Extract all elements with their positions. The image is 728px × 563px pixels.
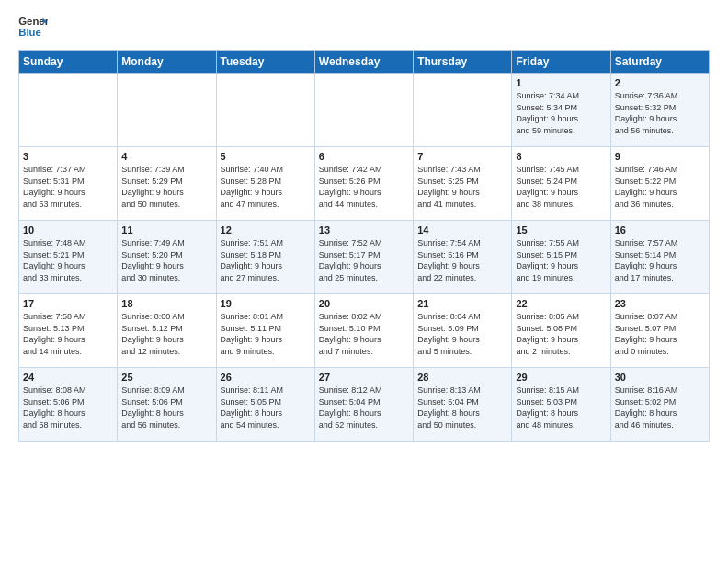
day-number: 21 — [417, 298, 507, 309]
day-cell — [118, 74, 216, 147]
day-cell: 29Sunrise: 8:15 AM Sunset: 5:03 PM Dayli… — [512, 368, 610, 442]
day-detail: Sunrise: 7:46 AM Sunset: 5:22 PM Dayligh… — [615, 164, 705, 210]
day-detail: Sunrise: 8:08 AM Sunset: 5:06 PM Dayligh… — [23, 385, 113, 431]
weekday-header-wednesday: Wednesday — [314, 51, 413, 74]
day-cell: 4Sunrise: 7:39 AM Sunset: 5:29 PM Daylig… — [118, 147, 216, 221]
day-detail: Sunrise: 8:16 AM Sunset: 5:02 PM Dayligh… — [615, 385, 705, 431]
header: General Blue — [18, 15, 710, 40]
day-cell — [314, 74, 413, 147]
day-number: 11 — [121, 224, 211, 236]
day-detail: Sunrise: 7:55 AM Sunset: 5:15 PM Dayligh… — [516, 237, 606, 283]
day-detail: Sunrise: 8:11 AM Sunset: 5:05 PM Dayligh… — [221, 385, 311, 431]
logo: General Blue — [18, 15, 51, 40]
day-detail: Sunrise: 8:04 AM Sunset: 5:09 PM Dayligh… — [417, 311, 507, 357]
day-cell: 28Sunrise: 8:13 AM Sunset: 5:04 PM Dayli… — [414, 368, 512, 442]
day-number: 12 — [221, 224, 311, 236]
day-number: 15 — [516, 224, 606, 236]
weekday-header-tuesday: Tuesday — [216, 51, 314, 74]
day-detail: Sunrise: 7:42 AM Sunset: 5:26 PM Dayligh… — [319, 164, 409, 210]
day-number: 22 — [516, 298, 606, 309]
day-detail: Sunrise: 7:51 AM Sunset: 5:18 PM Dayligh… — [221, 237, 311, 283]
day-cell: 1Sunrise: 7:34 AM Sunset: 5:34 PM Daylig… — [512, 74, 610, 147]
day-cell: 2Sunrise: 7:36 AM Sunset: 5:32 PM Daylig… — [610, 74, 709, 147]
day-detail: Sunrise: 7:34 AM Sunset: 5:34 PM Dayligh… — [516, 90, 606, 136]
day-number: 27 — [319, 372, 409, 383]
day-cell: 19Sunrise: 8:01 AM Sunset: 5:11 PM Dayli… — [216, 294, 314, 368]
day-number: 8 — [516, 151, 606, 162]
day-number: 5 — [221, 151, 311, 162]
day-cell — [414, 74, 512, 147]
day-number: 20 — [319, 298, 409, 309]
day-cell: 24Sunrise: 8:08 AM Sunset: 5:06 PM Dayli… — [19, 368, 118, 442]
day-detail: Sunrise: 7:36 AM Sunset: 5:32 PM Dayligh… — [615, 90, 705, 136]
week-row-1: 1Sunrise: 7:34 AM Sunset: 5:34 PM Daylig… — [19, 74, 710, 147]
day-cell: 22Sunrise: 8:05 AM Sunset: 5:08 PM Dayli… — [512, 294, 610, 368]
day-detail: Sunrise: 8:00 AM Sunset: 5:12 PM Dayligh… — [121, 311, 211, 357]
day-number: 10 — [23, 224, 113, 236]
day-detail: Sunrise: 8:09 AM Sunset: 5:06 PM Dayligh… — [121, 385, 211, 431]
day-detail: Sunrise: 7:37 AM Sunset: 5:31 PM Dayligh… — [23, 164, 113, 210]
weekday-header-row: SundayMondayTuesdayWednesdayThursdayFrid… — [19, 51, 710, 74]
logo-icon: General Blue — [18, 15, 48, 40]
day-cell: 9Sunrise: 7:46 AM Sunset: 5:22 PM Daylig… — [610, 147, 709, 221]
weekday-header-sunday: Sunday — [19, 51, 118, 74]
day-detail: Sunrise: 7:45 AM Sunset: 5:24 PM Dayligh… — [516, 164, 606, 210]
day-number: 7 — [417, 151, 507, 162]
day-number: 29 — [516, 372, 606, 383]
day-number: 18 — [121, 298, 211, 309]
day-cell: 26Sunrise: 8:11 AM Sunset: 5:05 PM Dayli… — [216, 368, 314, 442]
day-cell — [19, 74, 118, 147]
day-number: 19 — [221, 298, 311, 309]
day-number: 30 — [615, 372, 705, 383]
week-row-3: 10Sunrise: 7:48 AM Sunset: 5:21 PM Dayli… — [19, 221, 710, 294]
day-cell: 7Sunrise: 7:43 AM Sunset: 5:25 PM Daylig… — [414, 147, 512, 221]
day-number: 16 — [615, 224, 705, 236]
day-detail: Sunrise: 8:13 AM Sunset: 5:04 PM Dayligh… — [417, 385, 507, 431]
day-cell: 30Sunrise: 8:16 AM Sunset: 5:02 PM Dayli… — [610, 368, 709, 442]
day-detail: Sunrise: 7:54 AM Sunset: 5:16 PM Dayligh… — [417, 237, 507, 283]
weekday-header-thursday: Thursday — [414, 51, 512, 74]
day-detail: Sunrise: 7:49 AM Sunset: 5:20 PM Dayligh… — [121, 237, 211, 283]
svg-text:Blue: Blue — [18, 27, 41, 38]
week-row-5: 24Sunrise: 8:08 AM Sunset: 5:06 PM Dayli… — [19, 368, 710, 442]
weekday-header-friday: Friday — [512, 51, 610, 74]
day-number: 17 — [23, 298, 113, 309]
weekday-header-saturday: Saturday — [610, 51, 709, 74]
day-cell: 13Sunrise: 7:52 AM Sunset: 5:17 PM Dayli… — [314, 221, 413, 294]
day-detail: Sunrise: 7:39 AM Sunset: 5:29 PM Dayligh… — [121, 164, 211, 210]
day-number: 23 — [615, 298, 705, 309]
day-detail: Sunrise: 8:05 AM Sunset: 5:08 PM Dayligh… — [516, 311, 606, 357]
day-cell: 17Sunrise: 7:58 AM Sunset: 5:13 PM Dayli… — [19, 294, 118, 368]
day-cell: 10Sunrise: 7:48 AM Sunset: 5:21 PM Dayli… — [19, 221, 118, 294]
day-number: 3 — [23, 151, 113, 162]
day-cell: 21Sunrise: 8:04 AM Sunset: 5:09 PM Dayli… — [414, 294, 512, 368]
day-detail: Sunrise: 7:48 AM Sunset: 5:21 PM Dayligh… — [23, 237, 113, 283]
day-number: 1 — [516, 77, 606, 88]
day-detail: Sunrise: 8:01 AM Sunset: 5:11 PM Dayligh… — [221, 311, 311, 357]
day-detail: Sunrise: 7:40 AM Sunset: 5:28 PM Dayligh… — [221, 164, 311, 210]
day-detail: Sunrise: 7:43 AM Sunset: 5:25 PM Dayligh… — [417, 164, 507, 210]
day-number: 9 — [615, 151, 705, 162]
page: General Blue SundayMondayTuesdayWednesda… — [0, 0, 728, 563]
day-cell: 20Sunrise: 8:02 AM Sunset: 5:10 PM Dayli… — [314, 294, 413, 368]
day-number: 14 — [417, 224, 507, 236]
day-cell: 23Sunrise: 8:07 AM Sunset: 5:07 PM Dayli… — [610, 294, 709, 368]
day-cell — [216, 74, 314, 147]
day-detail: Sunrise: 8:15 AM Sunset: 5:03 PM Dayligh… — [516, 385, 606, 431]
day-cell: 3Sunrise: 7:37 AM Sunset: 5:31 PM Daylig… — [19, 147, 118, 221]
day-number: 2 — [615, 77, 705, 88]
day-number: 6 — [319, 151, 409, 162]
day-number: 24 — [23, 372, 113, 383]
day-cell: 14Sunrise: 7:54 AM Sunset: 5:16 PM Dayli… — [414, 221, 512, 294]
day-cell: 15Sunrise: 7:55 AM Sunset: 5:15 PM Dayli… — [512, 221, 610, 294]
day-number: 13 — [319, 224, 409, 236]
week-row-4: 17Sunrise: 7:58 AM Sunset: 5:13 PM Dayli… — [19, 294, 710, 368]
day-cell: 8Sunrise: 7:45 AM Sunset: 5:24 PM Daylig… — [512, 147, 610, 221]
day-cell: 25Sunrise: 8:09 AM Sunset: 5:06 PM Dayli… — [118, 368, 216, 442]
day-number: 25 — [121, 372, 211, 383]
day-cell: 11Sunrise: 7:49 AM Sunset: 5:20 PM Dayli… — [118, 221, 216, 294]
day-detail: Sunrise: 8:12 AM Sunset: 5:04 PM Dayligh… — [319, 385, 409, 431]
day-cell: 16Sunrise: 7:57 AM Sunset: 5:14 PM Dayli… — [610, 221, 709, 294]
day-detail: Sunrise: 7:57 AM Sunset: 5:14 PM Dayligh… — [615, 237, 705, 283]
day-cell: 5Sunrise: 7:40 AM Sunset: 5:28 PM Daylig… — [216, 147, 314, 221]
